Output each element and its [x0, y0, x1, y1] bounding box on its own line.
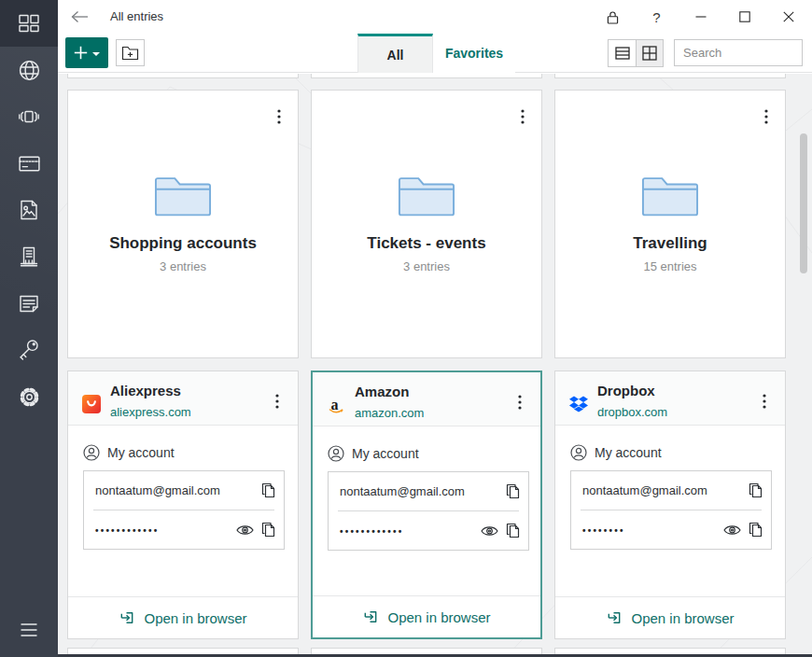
password-mask: ••••••••	[582, 524, 625, 536]
folder-entry-count: 3 entries	[160, 259, 206, 273]
folder-card-travelling[interactable]: Travelling 15 entries	[554, 90, 786, 358]
entry-url-link[interactable]: aliexpress.com	[110, 405, 191, 419]
username-row: nontaatum@gmail.com	[329, 472, 528, 510]
grid-view-button[interactable]	[636, 40, 663, 66]
entry-url-link[interactable]: dropbox.com	[597, 405, 667, 419]
page-title: All entries	[110, 9, 163, 23]
minimize-button[interactable]	[679, 0, 722, 34]
copy-username-button[interactable]	[748, 482, 763, 498]
close-button[interactable]	[766, 0, 810, 34]
account-label: My account	[352, 446, 419, 461]
sidebar-item-bank-cards[interactable]	[0, 140, 58, 187]
password-row: ••••••••••••	[329, 511, 528, 550]
entry-card-aliexpress[interactable]: Aliexpress aliexpress.com My account	[67, 370, 299, 639]
show-password-button[interactable]	[236, 524, 254, 537]
entry-header: Aliexpress aliexpress.com	[68, 371, 298, 426]
username-value: nontaatum@gmail.com	[582, 483, 707, 497]
copy-password-button[interactable]	[505, 523, 521, 538]
username-row: nontaatum@gmail.com	[84, 471, 284, 510]
sidebar-item-all-entries[interactable]	[0, 0, 58, 47]
tab-favorites[interactable]: Favorites	[433, 34, 515, 73]
scrollbar-thumb[interactable]	[800, 133, 807, 273]
search-input[interactable]	[674, 39, 803, 66]
card-menu-button[interactable]	[753, 390, 776, 412]
list-view-button[interactable]	[609, 40, 636, 66]
account-person-icon	[328, 445, 344, 462]
copy-icon	[748, 482, 763, 498]
card-menu-button[interactable]	[509, 391, 531, 413]
copy-password-button[interactable]	[260, 522, 276, 538]
credentials-box: nontaatum@gmail.com ••••••••	[570, 470, 772, 550]
dashboard-icon	[17, 11, 41, 35]
maximize-button[interactable]	[722, 0, 766, 34]
folder-name: Travelling	[633, 234, 707, 253]
show-password-button[interactable]	[481, 524, 498, 538]
open-in-browser-button[interactable]: Open in browser	[555, 596, 785, 638]
sidebar	[0, 0, 58, 657]
open-in-browser-icon	[119, 609, 135, 626]
username-row: nontaatum@gmail.com	[571, 471, 771, 510]
open-in-browser-button[interactable]: Open in browser	[313, 595, 540, 637]
bank-card-icon	[17, 151, 42, 176]
entry-header: Dropbox dropbox.com	[555, 371, 785, 426]
tab-all[interactable]: All	[357, 34, 433, 73]
folder-entry-count: 3 entries	[403, 259, 450, 273]
lock-button[interactable]	[591, 0, 635, 34]
sidebar-item-banks[interactable]	[0, 233, 58, 280]
folder-card-shopping-accounts[interactable]: Shopping accounts 3 entries	[67, 90, 299, 358]
help-button[interactable]: ?	[635, 0, 679, 34]
new-folder-button[interactable]	[116, 39, 145, 66]
sidebar-item-password-generator[interactable]	[0, 327, 58, 373]
kebab-icon	[521, 109, 525, 124]
copy-icon	[748, 522, 763, 538]
aliexpress-logo-icon	[82, 395, 101, 413]
sidebar-item-websites[interactable]	[0, 47, 58, 93]
entry-card-dropbox[interactable]: Dropbox dropbox.com My account	[554, 370, 786, 639]
card-menu-button[interactable]	[755, 105, 777, 128]
show-password-button[interactable]	[723, 524, 741, 537]
open-in-browser-label: Open in browser	[631, 610, 734, 626]
entry-card-amazon[interactable]: a Amazon amazon.com	[311, 370, 542, 639]
eye-icon	[481, 524, 498, 538]
list-view-icon	[615, 46, 630, 61]
open-in-browser-label: Open in browser	[144, 610, 246, 626]
svg-text:a: a	[331, 397, 339, 412]
folder-entry-count: 15 entries	[643, 259, 696, 273]
copy-username-button[interactable]	[260, 482, 276, 498]
toolbar: All Favorites	[58, 34, 812, 73]
hamburger-icon	[17, 620, 41, 640]
dropdown-caret-icon	[92, 52, 100, 56]
entries-grid: Shopping accounts 3 entries Tickets - ev…	[58, 74, 812, 657]
back-button[interactable]	[71, 9, 95, 24]
entries-tabs: All Favorites	[357, 34, 515, 73]
account-label: My account	[595, 445, 662, 460]
copy-username-button[interactable]	[505, 483, 521, 499]
maximize-icon	[739, 11, 750, 22]
sidebar-item-settings[interactable]	[0, 373, 58, 420]
entry-title: Dropbox	[597, 383, 655, 398]
open-in-browser-button[interactable]: Open in browser	[68, 596, 298, 638]
lock-icon	[605, 9, 621, 25]
password-mask: ••••••••••••	[95, 524, 159, 536]
plus-icon	[74, 46, 88, 60]
copy-icon	[260, 482, 276, 498]
card-menu-button[interactable]	[266, 390, 288, 412]
folder-name: Tickets - events	[367, 234, 485, 253]
add-entry-button[interactable]	[65, 37, 108, 68]
menu-button[interactable]	[0, 607, 58, 653]
card-menu-button[interactable]	[268, 105, 290, 128]
folder-card-tickets-events[interactable]: Tickets - events 3 entries	[311, 90, 542, 358]
eye-icon	[236, 524, 254, 537]
sidebar-item-notes[interactable]	[0, 280, 58, 327]
copy-icon	[505, 483, 521, 499]
entry-url-link[interactable]: amazon.com	[355, 406, 424, 420]
amazon-logo-icon: a	[327, 396, 345, 414]
sidebar-item-applications[interactable]	[0, 93, 58, 140]
window-controls: ?	[591, 0, 810, 34]
globe-icon	[17, 58, 42, 83]
card-menu-button[interactable]	[511, 105, 534, 128]
sidebar-item-images[interactable]	[0, 187, 58, 233]
copy-password-button[interactable]	[748, 522, 763, 538]
entry-title: Amazon	[355, 384, 409, 399]
grid-view-icon	[642, 46, 657, 61]
